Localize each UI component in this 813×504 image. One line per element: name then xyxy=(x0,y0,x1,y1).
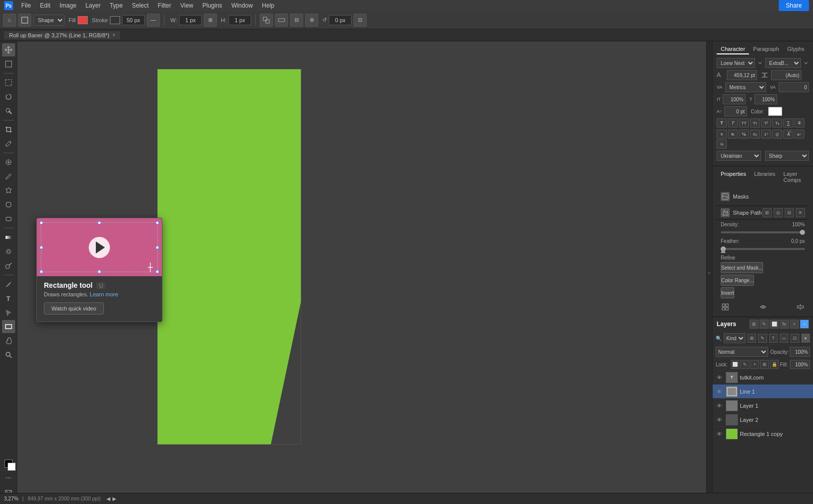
fill-color-swatch[interactable] xyxy=(78,16,88,24)
font-family-select[interactable]: Loew Next xyxy=(717,58,755,68)
scale-v-input[interactable] xyxy=(723,94,745,104)
corner-radius-input[interactable] xyxy=(329,15,352,25)
layer-settings-button[interactable]: ● xyxy=(800,320,809,329)
contextual-alternates-button[interactable]: a~ xyxy=(794,130,804,139)
old-style-nums-button[interactable]: 0₀ xyxy=(750,130,760,139)
stroke-color-swatch[interactable] xyxy=(110,16,120,24)
align-button[interactable]: ⊟ xyxy=(290,14,303,27)
menu-type[interactable]: Type xyxy=(105,1,127,10)
extra-tools[interactable]: ··· xyxy=(2,471,15,484)
link-wh-button[interactable]: ⊞ xyxy=(204,14,217,27)
zoom-tool[interactable] xyxy=(2,348,15,361)
dodge-tool[interactable] xyxy=(2,259,15,272)
text-color-swatch[interactable] xyxy=(768,107,782,116)
path-selection-tool[interactable] xyxy=(2,306,15,319)
handle-tl[interactable] xyxy=(40,221,43,224)
stamp-tool[interactable] xyxy=(2,184,15,197)
tab-properties[interactable]: Properties xyxy=(717,169,750,184)
stroke-size-input[interactable] xyxy=(122,15,145,25)
filter-adjustment-btn[interactable]: ✎ xyxy=(758,334,767,343)
antialias-select[interactable]: Sharp xyxy=(765,151,809,161)
new-group-button[interactable]: ⊞ xyxy=(749,320,759,329)
feather-slider[interactable] xyxy=(721,248,805,250)
superscript-button[interactable]: T² xyxy=(761,118,771,128)
scale-h-input[interactable] xyxy=(754,94,777,104)
discretionary-ligature-button[interactable]: fk xyxy=(728,130,738,139)
layer-mask-button[interactable]: ⬜ xyxy=(770,320,779,329)
shape-options-button[interactable] xyxy=(18,14,31,27)
layer-item-layer1[interactable]: 👁 Layer 1 xyxy=(713,399,813,413)
type-tool[interactable]: T xyxy=(2,292,15,305)
font-style-select[interactable]: ExtraB... xyxy=(765,58,801,68)
eraser-tool[interactable] xyxy=(2,212,15,225)
font-size-input[interactable] xyxy=(727,70,757,80)
layer-item-layer2[interactable]: 👁 Layer 2 xyxy=(713,413,813,427)
warp-button[interactable]: ⊡ xyxy=(354,14,367,27)
leading-input[interactable] xyxy=(771,70,801,80)
layer-effects-button[interactable]: fx xyxy=(780,320,789,329)
healing-tool[interactable] xyxy=(2,156,15,169)
kerning-select[interactable]: Metrics xyxy=(725,82,766,92)
invert-button[interactable]: Invert xyxy=(721,287,734,298)
crop-tool[interactable] xyxy=(2,123,15,136)
lock-artboard-btn[interactable]: ⊞ xyxy=(760,360,769,369)
add-layer-button[interactable]: + xyxy=(790,320,799,329)
document-tab[interactable]: Roll up Baner @ 3,27% (Line 1, RGB/8*) × xyxy=(4,31,121,39)
subscript-button[interactable]: T₂ xyxy=(772,118,782,128)
layer-visibility-layer2[interactable]: 👁 xyxy=(715,415,724,424)
path-ops-button[interactable] xyxy=(260,14,273,27)
handle-tr[interactable] xyxy=(156,221,159,224)
share-button[interactable]: Share xyxy=(779,0,809,11)
lock-all-btn[interactable]: 🔒 xyxy=(770,360,779,369)
allcaps-button[interactable]: TT xyxy=(739,118,749,128)
layer-visibility-layer1[interactable]: 👁 xyxy=(715,401,724,410)
path-action-2[interactable]: ◎ xyxy=(774,208,783,217)
rectangle-tool[interactable] xyxy=(2,320,15,333)
snap-icon[interactable] xyxy=(796,302,805,311)
edit-adjustment-button[interactable]: ✎ xyxy=(760,320,769,329)
titling-alternates-button[interactable]: A͞ xyxy=(783,130,793,139)
home-button[interactable]: ⌂ xyxy=(3,14,16,27)
fill-input[interactable] xyxy=(790,360,810,369)
menu-select[interactable]: Select xyxy=(128,1,152,10)
filter-pixel-btn[interactable]: ⊞ xyxy=(747,334,756,343)
tab-character[interactable]: Character xyxy=(717,44,749,54)
layer-visibility-rect1copy[interactable]: 👁 xyxy=(715,429,724,438)
menu-image[interactable]: Image xyxy=(55,1,80,10)
foreground-color[interactable] xyxy=(5,460,13,468)
handle-br[interactable] xyxy=(156,270,159,273)
filter-type-btn[interactable]: T xyxy=(769,334,778,343)
strikethrough-button[interactable]: T xyxy=(794,118,804,128)
ligature-button[interactable]: fi xyxy=(717,130,727,139)
height-input[interactable] xyxy=(228,15,251,25)
eye-icon[interactable] xyxy=(759,302,768,311)
underline-button[interactable]: T xyxy=(783,118,793,128)
pen-tool[interactable] xyxy=(2,278,15,291)
magic-wand-tool[interactable] xyxy=(2,104,15,117)
tracking-input[interactable] xyxy=(779,82,809,92)
menu-view[interactable]: View xyxy=(176,1,197,10)
move-tool[interactable] xyxy=(2,43,15,56)
fractional-nums-button[interactable]: ⅓ xyxy=(739,130,749,139)
density-slider[interactable] xyxy=(721,231,805,233)
blur-tool[interactable] xyxy=(2,245,15,258)
baseline-input[interactable] xyxy=(724,106,747,116)
filter-smart-btn[interactable]: ⊡ xyxy=(790,334,799,343)
history-brush-tool[interactable] xyxy=(2,198,15,211)
opacity-input[interactable] xyxy=(790,347,810,357)
layer-visibility-line1[interactable]: 👁 xyxy=(715,387,724,396)
menu-file[interactable]: File xyxy=(17,1,35,10)
color-range-button[interactable]: Color Range... xyxy=(721,275,754,286)
layer-item-line1[interactable]: 👁 Line 1 xyxy=(713,385,813,399)
background-color[interactable] xyxy=(8,463,16,471)
menu-plugins[interactable]: Plugins xyxy=(198,1,226,10)
layer-item-tutkit[interactable]: 👁 T tutkit.com xyxy=(713,370,813,385)
language-select[interactable]: Ukrainian xyxy=(717,151,761,161)
swash-button[interactable]: Q xyxy=(772,130,782,139)
path-action-1[interactable]: ⊞ xyxy=(763,208,772,217)
lasso-tool[interactable] xyxy=(2,90,15,103)
menu-help[interactable]: Help xyxy=(258,1,278,10)
smallcaps-button[interactable]: Tт xyxy=(750,118,760,128)
layer-visibility-tutkit[interactable]: 👁 xyxy=(715,373,724,382)
tab-glyphs[interactable]: Glyphs xyxy=(783,44,808,54)
